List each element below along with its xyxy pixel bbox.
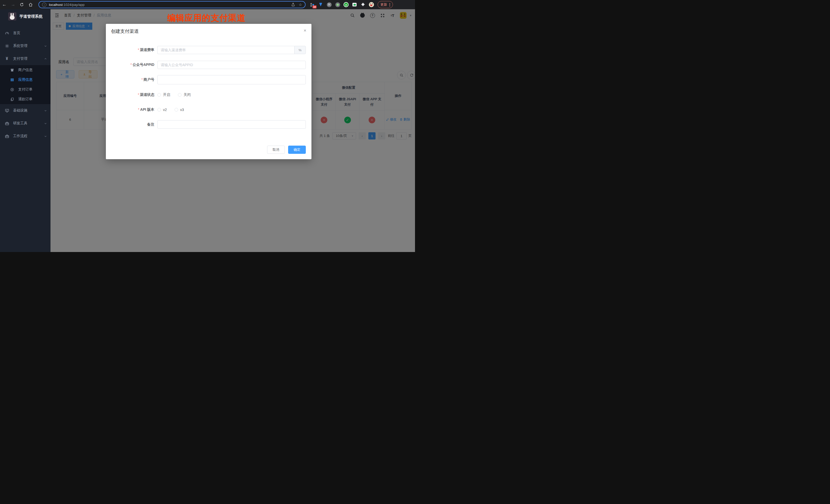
extension-tiles-icon[interactable]: 10 [310,2,315,7]
sidebar-item-merchant-info[interactable]: 商户信息 [0,65,51,75]
address-bar[interactable]: i localhost:1024/pay/app ☆ [38,1,306,8]
yen-icon: ¥ [4,56,9,61]
rate-input[interactable] [157,46,294,54]
percent-suffix: % [294,46,306,54]
sidebar-item-pay[interactable]: ¥ 支付管理 [0,52,51,65]
chevron-down-icon [44,109,47,112]
chevron-down-icon [44,122,47,125]
appid-input[interactable] [157,61,306,69]
chevron-down-icon [44,135,47,138]
remark-input[interactable] [157,120,306,129]
app-title: 芋道管理系统 [20,14,42,19]
gear-icon [4,44,9,48]
sidebar-item-workflow[interactable]: 工作流程 [0,130,51,143]
bookmark-star-icon[interactable]: ☆ [299,3,302,7]
radio-circle-icon [157,93,161,97]
profile-avatar[interactable] [369,2,374,7]
create-channel-dialog: 创建支付渠道 × *渠道费率 % *公众号APPID *商户号 [106,24,312,159]
chevron-down-icon [44,44,47,48]
extension-y-icon[interactable]: y [344,2,349,7]
radio-status-open[interactable]: 开启 [157,93,170,97]
radio-circle-icon [174,108,178,112]
radio-circle-icon [157,108,161,112]
dialog-footer: 取消 确定 [267,146,306,154]
logo-image [8,12,17,21]
coin-yen-icon [10,88,14,92]
browser-menu-icon[interactable] [389,3,390,6]
sidebar-item-app-info[interactable]: 应用信息 [0,75,51,85]
required-asterisk: * [138,107,139,112]
annotation-text: 编辑应用的支付渠道 [167,12,246,24]
sidebar-item-home[interactable]: 首页 [0,27,51,39]
required-asterisk: * [138,48,139,52]
sidebar-submenu-pay: 商户信息 应用信息 支付订单 [0,65,51,104]
dialog-close-icon[interactable]: × [304,28,306,33]
forward-icon[interactable]: → [9,1,18,8]
field-api-version: *API 版本 v2 v3 [111,106,306,114]
back-icon[interactable]: ← [0,1,9,8]
radio-api-v2[interactable]: v2 [157,108,167,112]
shop-icon [10,68,14,72]
browser-update-button[interactable]: 更新 [378,1,393,8]
field-remark: 备注 [111,120,306,129]
sidebar-item-system[interactable]: 系统管理 [0,39,51,52]
required-asterisk: * [138,93,139,97]
extension-kite-icon[interactable] [318,2,323,7]
confirm-button[interactable]: 确定 [288,146,306,154]
field-appid: *公众号APPID [111,61,306,69]
url-text: localhost:1024/pay/app [49,3,85,7]
reload-icon[interactable] [18,1,26,8]
document-copy-icon [10,97,14,101]
sidebar-item-pay-orders[interactable]: 支付订单 [0,85,51,94]
extension-command-icon[interactable]: ⌘ [326,2,332,7]
browser-toolbar: ← → i localhost:1024/pay/app ☆ 10 ⌘ y [0,0,415,9]
extensions-puzzle-icon[interactable] [360,2,365,7]
field-rate: *渠道费率 % [111,46,306,54]
extension-badge: 10 [313,5,317,8]
toolbox-icon [4,121,9,126]
sidebar-item-infra[interactable]: 基础设施 [0,104,51,117]
merchant-input[interactable] [157,75,306,84]
field-status: *渠道状态 开启 关闭 [111,91,306,99]
radio-api-v3[interactable]: v3 [174,108,184,112]
app-logo[interactable]: 芋道管理系统 [0,9,51,24]
cancel-button[interactable]: 取消 [267,146,285,154]
sidebar-item-dev-tools[interactable]: 研发工具 [0,117,51,130]
radio-circle-icon [178,93,182,97]
home-icon[interactable] [26,1,35,8]
chevron-up-icon [44,57,47,60]
sidebar: 芋道管理系统 首页 系统管理 [0,9,51,252]
site-info-icon[interactable]: i [42,3,46,7]
grid-icon [10,78,14,82]
dialog-title: 创建支付渠道 [111,28,139,34]
monitor-icon [4,108,9,113]
field-merchant: *商户号 [111,75,306,84]
required-asterisk: * [141,77,143,82]
extensions-row: 10 ⌘ y [310,2,374,7]
extension-green-dot-icon[interactable] [335,2,340,7]
radio-status-closed[interactable]: 关闭 [178,93,191,97]
required-asterisk: * [130,63,132,67]
dashboard-icon [4,31,9,35]
screen: ← → i localhost:1024/pay/app ☆ 10 ⌘ y [0,0,415,252]
extension-chat-icon[interactable] [352,2,357,7]
sidebar-item-refund-orders[interactable]: 退款订单 [0,94,51,104]
briefcase-icon [4,134,9,138]
share-icon[interactable] [291,3,295,7]
main-area: 首页 / 支付管理 / 应用信息 ? тT [51,9,415,252]
